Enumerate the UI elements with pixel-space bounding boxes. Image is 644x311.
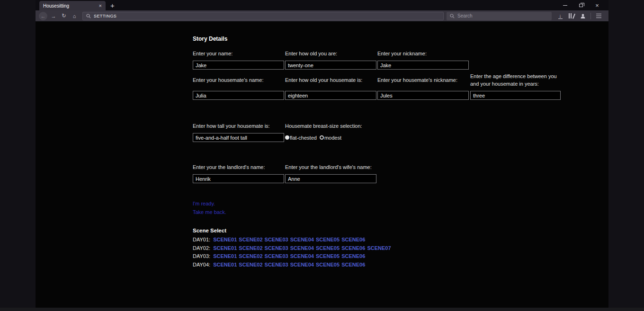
form-row-4: Enter your the landlord's name: Enter yo… [193,163,599,183]
im-ready-link[interactable]: I'm ready. [193,199,215,208]
account-button[interactable] [578,12,588,20]
housemate-height-input[interactable] [193,133,284,142]
day04-row: DAY04: SCENE01 SCENE02 SCENE03 SCENE04 S… [193,261,599,269]
home-button[interactable]: ⌂ [70,12,79,20]
reload-button[interactable]: ↻ [60,12,68,20]
housemate-age-input[interactable] [285,91,376,100]
field-label: Enter the age difference between you and… [470,72,565,88]
new-tab-button[interactable]: + [110,2,115,9]
day02-scene07-link[interactable]: SCENE07 [367,245,391,251]
tab-bar: Housesitting × + × [36,0,608,10]
minimize-icon [563,5,567,6]
url-text: SETTINGS [94,14,116,18]
downloads-button[interactable]: ↓ [555,12,565,20]
restore-button[interactable] [578,2,584,8]
your-name-input[interactable] [193,61,284,70]
day01-scene05-link[interactable]: SCENE05 [316,237,340,242]
search-icon [86,14,91,18]
day03-scene04-link[interactable]: SCENE04 [290,253,314,259]
day03-scene06-link[interactable]: SCENE06 [341,253,365,259]
day02-row: DAY02: SCENE01 SCENE02 SCENE03 SCENE04 S… [193,244,599,253]
day03-scene02-link[interactable]: SCENE02 [239,253,262,259]
field-label: Enter your housemate's name: [193,76,285,84]
library-button[interactable] [567,12,576,20]
close-button[interactable]: × [594,2,600,8]
tab-close-icon[interactable]: × [99,3,102,9]
search-bar[interactable]: Search [447,12,552,20]
field-label: Enter your housemate's nickname: [377,76,470,84]
day04-scene03-link[interactable]: SCENE03 [265,262,288,267]
take-me-back-link[interactable]: Take me back. [193,208,226,216]
account-icon [580,13,586,19]
radio-modest[interactable]: modest [320,135,341,141]
day01-scene01-link[interactable]: SCENE01 [213,237,237,242]
form-row-2: Enter your housemate's name: Enter how o… [193,72,599,100]
day03-scene01-link[interactable]: SCENE01 [213,253,237,259]
day01-row: DAY01: SCENE01 SCENE02 SCENE03 SCENE04 S… [193,236,599,244]
your-nickname-input[interactable] [377,61,469,70]
day04-scene01-link[interactable]: SCENE01 [213,262,237,267]
hamburger-icon [596,14,601,18]
day01-scene04-link[interactable]: SCENE04 [290,237,314,242]
download-icon: ↓ [558,13,563,19]
age-difference-input[interactable] [470,91,561,100]
field-label: Enter how tall your housemate is: [193,122,285,130]
day02-scene04-link[interactable]: SCENE04 [290,245,314,251]
housemate-name-input[interactable] [193,91,284,100]
day02-scene03-link[interactable]: SCENE03 [265,245,288,251]
field-label: Housemate breast-size selection: [285,122,377,130]
search-placeholder: Search [457,13,473,18]
day03-scene05-link[interactable]: SCENE05 [316,253,340,259]
toolbar-separator [590,13,591,19]
field-label: Enter your the landlord's wife's name: [285,163,377,171]
housemate-nickname-input[interactable] [377,91,469,100]
navigation-toolbar: ← → ↻ ⌂ SETTINGS Search ↓ [36,10,608,21]
day-label: DAY01: [193,237,210,242]
day01-scene03-link[interactable]: SCENE03 [265,237,288,242]
day02-scene02-link[interactable]: SCENE02 [239,245,262,251]
day03-scene03-link[interactable]: SCENE03 [265,253,288,259]
landlord-wife-name-input[interactable] [285,174,376,183]
radio-unselected-icon [320,135,324,140]
day-label: DAY03: [193,253,210,259]
day02-scene06-link[interactable]: SCENE06 [341,245,365,251]
day04-scene04-link[interactable]: SCENE04 [290,262,314,267]
day02-scene05-link[interactable]: SCENE05 [316,245,340,251]
tab-title: Housesitting [43,3,99,9]
day04-scene06-link[interactable]: SCENE06 [341,262,365,267]
breast-size-radio-group: flat-chested modest [285,133,377,142]
back-button[interactable]: ← [39,12,47,20]
menu-button[interactable] [594,12,603,20]
forward-button[interactable]: → [49,12,58,20]
day01-scene02-link[interactable]: SCENE02 [239,237,262,242]
your-age-input[interactable] [285,61,376,70]
day-label: DAY02: [193,245,210,251]
taskbar-strip [0,308,644,311]
radio-selected-icon [285,135,289,140]
field-label: Enter your name: [193,50,285,57]
library-icon [569,13,574,18]
page-content: Story Details Enter your name: Enter how… [36,21,608,308]
landlord-name-input[interactable] [193,174,284,183]
minimize-button[interactable] [562,2,568,8]
day-label: DAY04: [193,262,210,267]
url-bar[interactable]: SETTINGS [82,12,444,20]
window-controls: × [562,0,600,10]
restore-icon [579,4,583,7]
day01-scene06-link[interactable]: SCENE06 [341,237,365,242]
field-label: Enter your the landlord's name: [193,163,285,171]
browser-window: Housesitting × + × ← → ↻ ⌂ SETTINGS [36,0,608,308]
day04-scene05-link[interactable]: SCENE05 [316,262,340,267]
tab-housesitting[interactable]: Housesitting × [39,1,106,10]
field-label: Enter how old you are: [285,50,377,57]
form-row-3: Enter how tall your housemate is: Housem… [193,122,599,142]
day03-row: DAY03: SCENE01 SCENE02 SCENE03 SCENE04 S… [193,252,599,261]
day04-scene02-link[interactable]: SCENE02 [239,262,262,267]
radio-flat-chested[interactable]: flat-chested [285,135,317,141]
action-links: I'm ready. Take me back. [193,199,599,216]
desktop: Housesitting × + × ← → ↻ ⌂ SETTINGS [0,0,644,311]
field-label: Enter your nickname: [377,50,470,57]
day02-scene01-link[interactable]: SCENE01 [213,245,237,251]
page-title: Story Details [193,36,599,42]
form-row-1: Enter your name: Enter how old you are: … [193,50,599,70]
